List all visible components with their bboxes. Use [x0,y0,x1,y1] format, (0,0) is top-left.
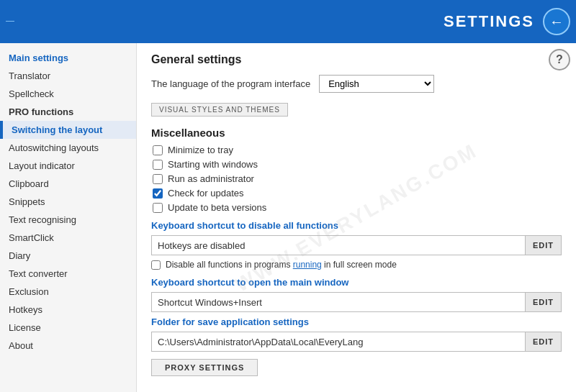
sidebar-item-main-settings[interactable]: Main settings [0,49,136,67]
checkbox-beta-versions[interactable] [153,203,163,213]
sidebar-item-smartclick[interactable]: SmartClick [0,229,136,247]
checkbox-run-admin[interactable] [153,174,163,184]
sidebar-item-diary[interactable]: Diary [0,247,136,265]
sidebar-item-text-recognising[interactable]: Text recognising [0,211,136,229]
shortcut1-input[interactable] [151,235,526,255]
proxy-settings-button[interactable]: PROXY SETTINGS [151,359,258,376]
folder-title: Folder for save application settings [151,316,562,327]
shortcut1-title: Keyboard shortcut to disable all functio… [151,220,562,231]
back-button[interactable]: ← [543,8,570,35]
fullscreen-checkbox[interactable] [151,260,161,270]
title-bar-title: SETTINGS [444,12,534,31]
sidebar-item-about[interactable]: About [0,337,136,355]
checkbox-label-run-admin: Run as administrator [168,173,254,184]
shortcut1-row: EDIT [151,235,562,255]
shortcut1-edit-button[interactable]: EDIT [526,235,562,255]
visual-styles-button[interactable]: VISUAL STYLES AND THEMES [151,103,288,117]
checkbox-row-start-windows: Starting with windows [151,159,562,170]
checkbox-row-minimize-tray: Minimize to tray [151,145,562,155]
folder-input[interactable] [151,332,526,352]
sidebar-item-exclusion[interactable]: Exclusion [0,283,136,301]
sidebar-item-clipboard[interactable]: Clipboard [0,175,136,193]
sidebar-item-spellcheck[interactable]: Spellcheck [0,85,136,103]
section-title: General settings [151,53,562,66]
misc-title: Miscellaneous [151,127,562,139]
checkbox-row-beta-versions: Update to beta versions [151,202,562,213]
shortcut2-input[interactable] [151,292,526,312]
sidebar-item-translator[interactable]: Translator [0,67,136,85]
sidebar-item-hotkeys[interactable]: Hotkeys [0,301,136,319]
fullscreen-row: Disable all functions in programs runnin… [151,260,562,270]
help-button[interactable]: ? [549,49,570,70]
checkbox-check-updates[interactable] [153,188,163,199]
checkbox-label-beta-versions: Update to beta versions [168,202,266,213]
title-bar: — SETTINGS ← [0,0,576,43]
language-select[interactable]: English [319,75,434,93]
checkbox-row-check-updates: Check for updates [151,188,562,199]
language-label: The language of the program interface [151,78,310,89]
sidebar-item-license[interactable]: License [0,319,136,337]
sidebar-item-pro-functions: PRO functions [0,103,136,121]
checkbox-start-windows[interactable] [153,160,163,170]
shortcut2-row: EDIT [151,292,562,312]
checkbox-minimize-tray[interactable] [153,145,163,155]
sidebar-item-layout-indicator[interactable]: Layout indicator [0,157,136,175]
sidebar-item-snippets[interactable]: Snippets [0,193,136,211]
fullscreen-label: Disable all functions in programs runnin… [166,260,397,270]
checkbox-label-check-updates: Check for updates [168,188,244,199]
sidebar-item-autoswitching[interactable]: Autoswitching layouts [0,139,136,157]
shortcut2-title: Keyboard shortcut to open the main windo… [151,277,562,288]
language-row: The language of the program interface En… [151,75,562,93]
folder-row: EDIT [151,332,562,352]
minimize-button[interactable]: — [6,16,14,26]
sidebar-item-text-converter[interactable]: Text converter [0,265,136,283]
main-layout: Main settingsTranslatorSpellcheckPRO fun… [0,43,576,392]
sidebar: Main settingsTranslatorSpellcheckPRO fun… [0,43,137,392]
checkbox-label-start-windows: Starting with windows [168,159,258,170]
checkboxes-group: Minimize to trayStarting with windowsRun… [151,145,562,213]
folder-edit-button[interactable]: EDIT [526,332,562,352]
sidebar-item-switching-layout[interactable]: Switching the layout [3,121,136,139]
checkbox-row-run-admin: Run as administrator [151,173,562,184]
content-area: WWW.EVERYLANG.COM ? General settings The… [137,43,576,392]
checkbox-label-minimize-tray: Minimize to tray [168,145,233,155]
shortcut2-edit-button[interactable]: EDIT [526,292,562,312]
